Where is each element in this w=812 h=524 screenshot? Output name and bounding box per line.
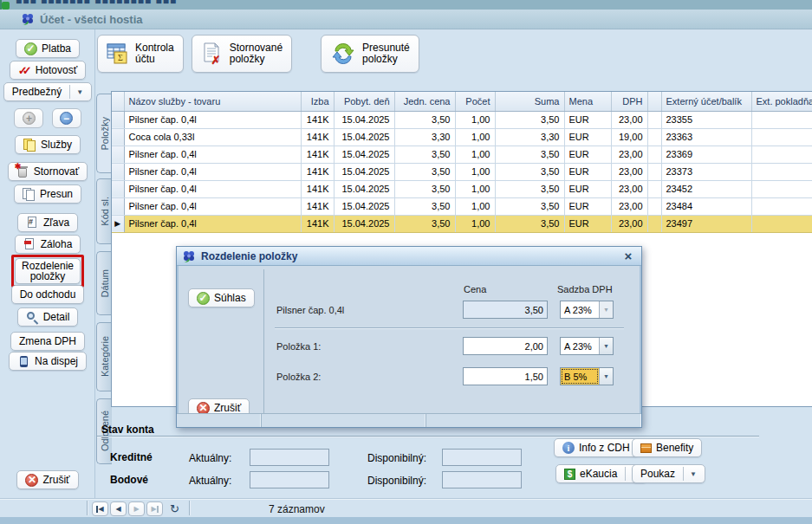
confirm-check-icon: ✓	[197, 292, 210, 305]
zaloha-button[interactable]: Záloha	[15, 235, 81, 254]
col-suma[interactable]: Suma	[495, 92, 564, 111]
remove-button[interactable]: −	[52, 108, 81, 128]
table-row[interactable]: Pilsner čap. 0,4l141K15.04.20253,501,003…	[112, 111, 812, 128]
col-ext-pokladna[interactable]: Ext. pokladňa/c	[751, 92, 812, 111]
col-izba[interactable]: Izba	[301, 92, 334, 111]
deposit-doc-icon	[23, 238, 36, 251]
presunute-polozky-button[interactable]: Presunuté položky	[321, 35, 419, 73]
stornovat-button[interactable]: ✱ Stornovať	[8, 162, 88, 181]
bodove-disponibilny-field	[442, 471, 522, 488]
dialog-body: Cena Sadzba DPH Pilsner čap. 0,4l 3,50 A…	[264, 266, 638, 411]
cell: 23,00	[611, 215, 647, 232]
cell: EUR	[564, 180, 611, 197]
table-row[interactable]: ▶Pilsner čap. 0,4l141K15.04.20253,501,00…	[112, 215, 812, 232]
refresh-icon[interactable]: ↻	[166, 501, 183, 516]
polozka2-price-field[interactable]: 1,50	[463, 367, 548, 385]
sluzby-button[interactable]: Služby	[15, 135, 81, 154]
detail-button[interactable]: Detail	[17, 307, 79, 327]
col-externy-ucet[interactable]: Externý účet/balík	[661, 92, 751, 111]
hotovost-button[interactable]: ✓✓ Hotovosť	[10, 61, 86, 80]
col-dph[interactable]: DPH	[611, 92, 647, 111]
rozdelenie-polozky-dialog: Rozdelenie položky × ✓ Súhlas ✕ Zrušiť C…	[176, 246, 642, 428]
cell: 23,00	[611, 163, 647, 180]
row-selector	[112, 128, 124, 146]
poukaz-button[interactable]: Poukaz ▼	[632, 464, 705, 483]
do-odchodu-button[interactable]: Do odchodu	[11, 285, 85, 304]
polozka1-label: Položka 1:	[276, 341, 321, 352]
tab-datum[interactable]: Dátum	[96, 251, 112, 315]
nav-next-button[interactable]: ▶	[128, 501, 145, 516]
table-row[interactable]: Coca cola 0,33l141K15.04.20253,301,003,3…	[112, 128, 812, 146]
cell: 3,50	[394, 197, 455, 215]
predbezny-button[interactable]: Predbežný ▼	[3, 82, 92, 101]
cell	[751, 146, 812, 163]
col-mena[interactable]: Mena	[564, 92, 611, 111]
nav-prev-button[interactable]: ◀	[110, 501, 127, 516]
platba-button[interactable]: ✓ Platba	[16, 39, 80, 58]
col-pocet[interactable]: Počet	[455, 92, 495, 111]
sadzba-dph-header: Sadzba DPH	[557, 284, 613, 294]
table-row[interactable]: Pilsner čap. 0,4l141K15.04.20253,501,003…	[112, 163, 812, 180]
col-gap	[647, 92, 661, 111]
cell: EUR	[564, 197, 611, 215]
screen: ■■■ ■■■■■■■ ■■■■■■■■ ■■■ Účet - všetci h…	[0, 0, 812, 524]
na-dispej-button[interactable]: Na dispej	[9, 352, 87, 371]
dropdown-arrow-icon[interactable]: ▼	[76, 88, 83, 96]
display-icon	[17, 355, 30, 368]
cell: Coca cola 0,33l	[124, 128, 301, 146]
cell: 1,00	[455, 111, 495, 128]
nav-first-button[interactable]: ◀	[92, 501, 108, 516]
zmena-dph-button[interactable]: Zmena DPH	[10, 332, 85, 351]
clipped-parent-titlebar: ■■■ ■■■■■■■ ■■■■■■■■ ■■■	[0, 0, 812, 10]
polozka2-vat-dropdown[interactable]: B 5% ▼	[560, 367, 614, 385]
cell: 3,50	[394, 215, 455, 232]
tab-kategorie[interactable]: Kategórie	[96, 322, 112, 391]
plus-icon: +	[23, 112, 36, 125]
item-vat-dropdown: A 23% ▼	[560, 301, 614, 319]
grid-body: Pilsner čap. 0,4l141K15.04.20253,501,003…	[112, 111, 812, 232]
transfer-arrows-icon	[330, 42, 356, 65]
polozka1-vat-arrow-icon[interactable]: ▼	[599, 338, 613, 354]
poukaz-dropdown-icon[interactable]: ▼	[690, 470, 697, 478]
tab-kod-sl[interactable]: Kód sl.	[96, 178, 112, 244]
cell: 1,00	[455, 180, 495, 197]
polozka2-vat-arrow-icon[interactable]: ▼	[599, 368, 613, 385]
col-jedn-cena[interactable]: Jedn. cena	[394, 92, 455, 111]
polozka2-label: Položka 2:	[276, 372, 321, 382]
app-flower-icon	[21, 12, 35, 26]
stornovane-polozky-button[interactable]: ✗ Stornované položky	[192, 35, 292, 73]
zrusit-button[interactable]: ✕ Zrušiť	[16, 470, 78, 489]
presun-button[interactable]: Presun	[14, 184, 81, 204]
close-icon[interactable]: ×	[620, 249, 636, 263]
rozdelenie-polozky-button[interactable]: Rozdelenie položky	[15, 258, 81, 284]
cell: 3,30	[495, 128, 564, 146]
table-row[interactable]: Pilsner čap. 0,4l141K15.04.20253,501,003…	[112, 146, 812, 163]
kontrola-uctu-button[interactable]: Σ Kontrola účtu	[97, 35, 184, 73]
gap-cell	[647, 215, 661, 232]
cell: 15.04.2025	[334, 215, 394, 232]
col-nazov[interactable]: Názov služby - tovaru	[124, 92, 301, 111]
gap-cell	[647, 128, 661, 146]
col-pobyt-den[interactable]: Pobyt. deň	[334, 92, 394, 111]
dialog-titlebar[interactable]: Rozdelenie položky ×	[177, 247, 641, 266]
table-row[interactable]: Pilsner čap. 0,4l141K15.04.20253,501,003…	[112, 197, 812, 215]
kreditne-label: Kreditné	[110, 451, 153, 463]
polozka1-price-field[interactable]: 2,00	[463, 337, 548, 355]
cell: 141K	[301, 163, 334, 180]
info-z-cdh-button[interactable]: i Info z CDH	[554, 438, 639, 457]
cell: EUR	[564, 128, 611, 146]
cell: EUR	[564, 146, 611, 163]
add-button[interactable]: +	[14, 108, 43, 128]
polozka1-vat-dropdown[interactable]: A 23% ▼	[560, 337, 614, 355]
nav-last-button[interactable]: ▶	[146, 501, 163, 516]
cell: 15.04.2025	[334, 163, 394, 180]
dialog-flower-icon	[182, 249, 196, 263]
benefity-button[interactable]: Benefity	[632, 438, 702, 457]
kreditne-disponibilny-label: Disponibilný:	[367, 452, 426, 464]
parent-app-icon	[2, 2, 10, 10]
suhlas-button[interactable]: ✓ Súhlas	[188, 288, 255, 307]
zlava-button[interactable]: # Zľava	[17, 213, 78, 232]
gap-cell	[647, 197, 661, 215]
dialog-title: Rozdelenie položky	[201, 250, 620, 262]
table-row[interactable]: Pilsner čap. 0,4l141K15.04.20253,501,003…	[112, 180, 812, 197]
